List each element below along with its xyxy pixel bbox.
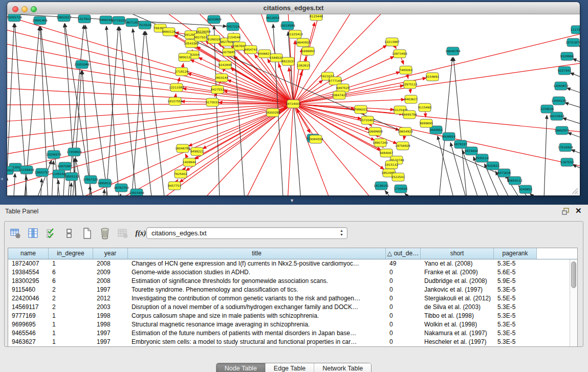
graph-node[interactable]: 9463627 [404,95,418,103]
table-cell[interactable]: 0 [386,303,421,312]
resize-grip-icon[interactable] [571,187,579,194]
graph-node[interactable]: 18107554 [167,97,183,105]
table-cell[interactable]: 1998 [93,312,128,320]
graph-node[interactable]: 8125448 [310,14,323,20]
table-cell[interactable]: 5.3E-5 [494,259,537,268]
table-cell[interactable]: 5.5E-5 [494,294,537,303]
graph-node[interactable]: 12975115 [402,80,418,89]
table-cell[interactable]: 5.3E-5 [494,303,537,312]
graph-node[interactable]: 18724007 [286,100,301,108]
table-cell[interactable]: 1998 [93,320,128,329]
table-cell[interactable]: 5.3E-5 [494,320,537,329]
graph-edge[interactable] [571,149,580,159]
table-cell[interactable]: 2 [49,294,93,303]
table-row[interactable]: 1456911722003Disruption of a novel membe… [8,303,570,312]
table-cell[interactable]: Tourette syndrome. Phenomenology and cla… [128,286,386,294]
graph-node[interactable]: 1117265 [571,26,580,34]
new-table-icon[interactable] [80,227,94,240]
column-header-out_de[interactable]: △ out_de… [386,248,421,259]
network-window[interactable]: citations_edges.txt 23055724206914061065… [7,2,580,195]
graph-node[interactable]: 1154546 [227,33,241,41]
column-header-year[interactable]: year [93,248,128,259]
graph-node[interactable]: 9115460 [418,103,431,112]
graph-edge[interactable] [564,103,580,112]
function-builder-icon[interactable]: f(x) [134,227,147,240]
graph-node[interactable]: 7857224 [226,23,239,31]
graph-edge[interactable] [568,133,580,142]
table-cell[interactable]: 9465546 [8,329,49,338]
graph-node[interactable]: 12093872 [553,82,569,90]
table-cell[interactable]: Hescheler et al. (1997) [421,338,494,346]
graph-node[interactable]: 18907243 [373,139,388,147]
close-icon[interactable]: ✕ [575,206,582,215]
graph-node[interactable]: 10688609 [367,127,383,136]
graph-node[interactable]: 8186328 [207,35,221,43]
graph-node[interactable]: 16046789 [175,144,190,152]
graph-node[interactable]: 1167533 [560,158,574,166]
graph-edge[interactable] [573,59,580,68]
graph-edge[interactable] [293,14,368,104]
table-cell[interactable]: Estimation of significance thresholds fo… [128,277,386,286]
graph-node[interactable]: 7515526 [138,21,151,29]
graph-node[interactable]: 9699695 [420,119,433,127]
column-header-short[interactable]: short [421,248,494,259]
table-cell[interactable]: 2 [49,303,93,312]
table-cell[interactable]: 5.9E-5 [494,277,537,286]
column-header-name[interactable]: name [8,248,49,259]
tab-network-table[interactable]: Network Table [314,363,371,372]
graph-node[interactable]: 11325413 [288,30,303,38]
graph-node[interactable]: 2803144 [215,74,228,82]
graph-node[interactable]: 8471626 [497,169,511,177]
graph-node[interactable]: 1527602 [78,15,91,23]
tab-edge-table[interactable]: Edge Table [266,363,314,372]
scrollbar-thumb[interactable] [571,261,576,288]
graph-node[interactable]: 9329966 [560,52,574,60]
table-cell[interactable]: 1 [49,312,93,320]
graph-node[interactable]: 7625402 [174,170,187,178]
graph-node[interactable]: 9227341 [558,67,571,75]
graph-edge[interactable] [573,165,580,174]
graph-node[interactable]: 9245652 [519,185,532,193]
graph-edge[interactable] [56,180,58,195]
table-cell[interactable]: Corpus callosum shape and size in male p… [128,312,386,320]
graph-node[interactable]: 9660128 [162,28,176,36]
graph-edge[interactable] [570,73,580,82]
table-cell[interactable]: 0 [386,329,421,338]
graph-node[interactable]: 1733426 [394,185,407,193]
column-header-pagerank[interactable]: pagerank [494,248,537,259]
table-cell[interactable]: 9115460 [8,286,49,294]
graph-node[interactable]: 15720407 [360,116,375,124]
graph-edge[interactable] [405,193,425,195]
table-cell[interactable]: 1 [49,338,93,346]
graph-node[interactable]: 18495794 [402,111,417,119]
table-cell[interactable]: 49 [386,259,421,268]
table-cell[interactable]: 5.3E-5 [494,286,537,294]
table-cell[interactable]: 5.6E-5 [494,268,537,277]
graph-node[interactable]: 19692971 [554,126,570,135]
table-cell[interactable]: Structural magnetic resonance image aver… [128,320,386,329]
table-cell[interactable]: 0 [386,277,421,286]
table-cell[interactable]: 1997 [93,286,128,294]
table-cell[interactable]: 2008 [93,259,128,268]
graph-node[interactable]: 1409944 [183,158,196,166]
table-cell[interactable]: Yano et al. (2008) [421,259,494,268]
table-cell[interactable]: 5.3E-5 [494,338,537,346]
graph-node[interactable]: 20206576 [46,150,61,159]
graph-node[interactable]: 19384554 [308,135,323,143]
graph-node[interactable]: 7485063 [399,66,412,74]
table-cell[interactable]: 14569117 [8,303,49,312]
table-cell[interactable]: Tibbo et al. (1998) [421,312,494,320]
table-cell[interactable]: Genome-wide association studies in ADHD. [128,268,386,277]
window-titlebar[interactable]: citations_edges.txt [7,2,580,14]
graph-node[interactable]: 14671355 [124,18,140,27]
table-row[interactable]: 1938455462009Genome-wide association stu… [8,268,570,277]
graph-node[interactable]: 8427552 [211,85,224,94]
graph-node[interactable]: 2718126 [175,68,188,76]
graph-node[interactable]: 19756928 [395,142,410,150]
table-cell[interactable]: 0 [386,312,421,320]
table-row[interactable]: 969969511998Structural magnetic resonanc… [8,320,570,329]
table-cell[interactable]: Wolkin et al. (1998) [421,320,494,329]
graph-node[interactable]: 9474444 [465,147,478,155]
graph-edge[interactable] [293,104,399,130]
graph-node[interactable]: 1675685 [222,48,235,56]
